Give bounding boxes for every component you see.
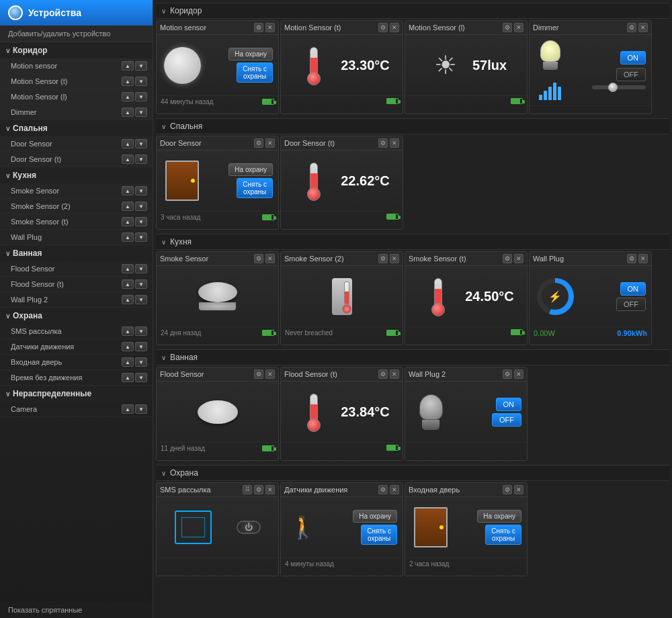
arrow-down[interactable]: ▼ [135,92,147,101]
arrow-up[interactable]: ▲ [122,107,134,117]
arrow-up[interactable]: ▲ [122,295,134,304]
sidebar-item-motion-sensor-t[interactable]: Motion Sensor (t) ▲ ▼ [0,74,153,89]
sidebar-item-door-sensor-t[interactable]: Door Sensor (t) ▲ ▼ [0,152,153,167]
arrow-up[interactable]: ▲ [122,92,134,101]
room-vannaya-header[interactable]: ∨ Ванная [156,349,669,365]
widget-settings-btn[interactable]: ⚙ [503,369,512,379]
sidebar-item-smoke-sensor-t[interactable]: Smoke Sensor (t) ▲ ▼ [0,214,153,230]
widget-close-btn[interactable]: ✕ [514,369,523,379]
arrow-up[interactable]: ▲ [122,342,134,351]
section-koridor[interactable]: ∨ Коридор [0,42,153,58]
plug2-off-btn[interactable]: OFF [492,413,521,427]
widget-close-btn[interactable]: ✕ [265,138,275,148]
na-ohranu-btn[interactable]: На охрану [353,510,397,523]
section-ohrana[interactable]: ∨ Охрана [0,308,153,324]
sidebar-item-flood-sensor[interactable]: Flood Sensor ▲ ▼ [0,261,153,277]
widget-settings-btn[interactable]: ⚙ [254,138,263,148]
na-ohranu-btn[interactable]: На охрану [228,48,273,60]
widget-settings-btn[interactable]: ⚙ [378,254,388,263]
sidebar-header[interactable]: Устройства [0,0,153,26]
arrow-up[interactable]: ▲ [122,77,134,86]
sidebar-item-smoke-sensor[interactable]: Smoke Sensor ▲ ▼ [0,183,153,199]
widget-close-btn[interactable]: ✕ [514,23,523,32]
widget-close-btn[interactable]: ✕ [390,138,399,148]
widget-close-btn[interactable]: ✕ [514,254,523,263]
arrow-down[interactable]: ▼ [135,342,147,351]
widget-settings-btn[interactable]: ⚙ [378,138,388,148]
arrow-up[interactable]: ▲ [122,357,134,367]
sidebar-item-smoke-sensor-2[interactable]: Smoke Sensor (2) ▲ ▼ [0,199,153,214]
arrow-down[interactable]: ▼ [135,264,147,273]
arrow-down[interactable]: ▼ [135,154,147,164]
arrow-up[interactable]: ▲ [122,139,134,148]
na-ohranu-btn[interactable]: На охрану [228,163,273,176]
plug-off-btn[interactable]: OFF [616,298,646,311]
arrow-down[interactable]: ▼ [135,279,147,289]
widget-settings-btn[interactable]: ⚙ [627,254,636,263]
sidebar-item-vremya[interactable]: Время без движения ▲ ▼ [0,370,153,386]
arrow-up[interactable]: ▲ [122,61,134,71]
widget-settings-btn[interactable]: ⚙ [254,369,263,379]
snyat-btn[interactable]: Снять сохраны [361,525,397,545]
arrow-down[interactable]: ▼ [135,61,147,71]
widget-close-btn[interactable]: ✕ [265,485,275,494]
dimmer-slider[interactable] [592,85,646,89]
widget-settings-btn[interactable]: ⚙ [378,23,388,32]
arrow-up[interactable]: ▲ [122,186,134,195]
widget-close-btn[interactable]: ✕ [265,23,275,32]
plug2-on-btn[interactable]: ON [496,398,522,411]
arrow-down[interactable]: ▼ [135,232,147,242]
arrow-down[interactable]: ▼ [135,107,147,117]
widget-close-btn[interactable]: ✕ [390,254,399,263]
widget-settings-btn[interactable]: ⚙ [378,369,388,379]
widget-close-btn[interactable]: ✕ [265,369,275,379]
arrow-down[interactable]: ▼ [135,139,147,148]
sidebar-item-camera[interactable]: Camera ▲ ▼ [0,402,153,417]
widget-close-btn[interactable]: ✕ [514,485,523,494]
widget-settings-btn[interactable]: ⚙ [503,23,512,32]
arrow-down[interactable]: ▼ [135,77,147,86]
widget-close-btn[interactable]: ✕ [390,369,399,379]
dimmer-on-btn[interactable]: ON [620,51,646,64]
arrow-up[interactable]: ▲ [122,217,134,226]
section-unassigned[interactable]: ∨ Нераспределенные [0,386,153,402]
arrow-up[interactable]: ▲ [122,154,134,164]
sidebar-item-wall-plug-2[interactable]: Wall Plug 2 ▲ ▼ [0,292,153,308]
add-device-link[interactable]: Добавить/удалить устройство [0,26,153,42]
widget-settings-btn[interactable]: ⚙ [503,485,512,494]
arrow-up[interactable]: ▲ [122,404,134,414]
section-spalnya[interactable]: ∨ Спальня [0,120,153,136]
room-kuhnya-header[interactable]: ∨ Кухня [156,234,669,250]
section-vannaya[interactable]: ∨ Ванная [0,245,153,261]
arrow-up[interactable]: ▲ [122,264,134,273]
na-ohranu-btn[interactable]: На охрану [477,510,521,523]
arrow-up[interactable]: ▲ [122,202,134,211]
show-hidden-btn[interactable]: Показать спрятанные [0,602,153,618]
power-btn[interactable]: ⏻ [237,521,261,534]
room-ohrana-header[interactable]: ∨ Охрана [156,465,669,481]
widget-settings-btn[interactable]: ⚙ [627,23,636,32]
snyat-btn[interactable]: Снять сохраны [237,62,273,83]
arrow-up[interactable]: ▲ [122,326,134,336]
arrow-down[interactable]: ▼ [135,217,147,226]
sidebar-item-datchiki[interactable]: Датчики движения ▲ ▼ [0,339,153,355]
sidebar-item-wall-plug[interactable]: Wall Plug ▲ ▼ [0,230,153,245]
widget-settings-btn[interactable]: ⚙ [254,254,263,263]
arrow-down[interactable]: ▼ [135,404,147,414]
widget-close-btn[interactable]: ✕ [265,254,275,263]
arrow-up[interactable]: ▲ [122,373,134,382]
snyat-btn[interactable]: Снять сохраны [237,178,273,198]
widget-close-btn[interactable]: ✕ [390,485,399,494]
arrow-up[interactable]: ▲ [122,279,134,289]
widget-close-btn[interactable]: ✕ [390,23,399,32]
arrow-down[interactable]: ▼ [135,357,147,367]
arrow-up[interactable]: ▲ [122,232,134,242]
arrow-down[interactable]: ▼ [135,373,147,382]
room-spalnya-header[interactable]: ∨ Спальня [156,118,669,134]
widget-close-btn[interactable]: ✕ [638,23,648,32]
sidebar-item-flood-sensor-t[interactable]: Flood Sensor (t) ▲ ▼ [0,277,153,292]
snyat-btn[interactable]: Снять сохраны [485,525,521,545]
widget-close-btn[interactable]: ✕ [638,254,648,263]
widget-settings-btn[interactable]: ⚙ [254,23,263,32]
widget-settings-btn[interactable]: ⚙ [254,485,263,494]
